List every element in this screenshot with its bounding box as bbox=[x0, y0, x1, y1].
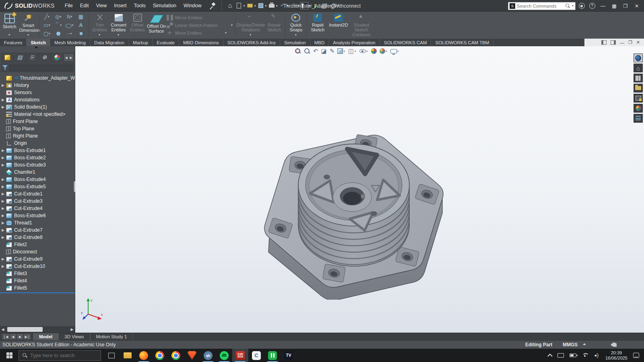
collapse-right-pane-icon[interactable] bbox=[611, 40, 616, 45]
tab-dimxpertmanager[interactable] bbox=[39, 53, 51, 62]
instant2d-button[interactable]: Instant2D bbox=[327, 12, 350, 39]
expand-arrow-icon[interactable]: ▶ bbox=[2, 83, 5, 87]
restore-icon[interactable]: ❐ bbox=[621, 2, 630, 10]
taskbar-app[interactable]: C bbox=[248, 349, 264, 362]
taskbar-app[interactable]: TV bbox=[281, 349, 297, 362]
menu-item[interactable]: Window bbox=[180, 0, 205, 12]
point-tool[interactable] bbox=[75, 29, 87, 38]
line-tool[interactable]: ╱▾ bbox=[41, 12, 53, 21]
dropdown-caret-icon[interactable]: ▾ bbox=[118, 33, 119, 37]
tree-item[interactable]: ▶ Fillet3 bbox=[0, 270, 75, 277]
taskbar-app[interactable] bbox=[264, 349, 281, 362]
new-file-icon[interactable] bbox=[235, 2, 243, 9]
close-icon[interactable]: ✕ bbox=[632, 2, 642, 10]
view-orientation-icon[interactable]: ▾ bbox=[337, 48, 345, 54]
tree-item[interactable]: ▶ Chamfer1 bbox=[0, 169, 75, 176]
ribbon-tab[interactable]: Markup bbox=[129, 39, 153, 46]
doc-restore-icon[interactable]: ❐ bbox=[628, 40, 632, 45]
last-tab-icon[interactable]: ▶❘ bbox=[24, 334, 31, 339]
action-center-icon[interactable] bbox=[633, 353, 639, 358]
tree-item[interactable]: ▶ Cut-Extrude8 bbox=[0, 234, 75, 241]
tree-horizontal-scrollbar[interactable]: ◀ ▶ bbox=[0, 326, 75, 333]
tree-item[interactable]: ▶ Thrustmaster_Adapter_Withconnect bbox=[0, 74, 75, 82]
collapse-left-pane-icon[interactable] bbox=[601, 40, 607, 45]
dropdown-caret-icon[interactable]: ▾ bbox=[244, 4, 245, 8]
dynamic-annotation-views-icon[interactable]: ✎ bbox=[330, 47, 335, 55]
view-palette-icon[interactable] bbox=[634, 94, 643, 103]
tree-item[interactable]: ▶ Cut-Extrude1 bbox=[0, 190, 75, 197]
taskbar-app[interactable] bbox=[136, 349, 152, 362]
dropdown-caret-icon[interactable]: ▾ bbox=[265, 4, 267, 8]
taskbar-search[interactable] bbox=[19, 350, 101, 361]
tree-item[interactable]: ▶ Fillet4 bbox=[0, 277, 75, 284]
command-search-input[interactable] bbox=[517, 4, 564, 8]
tree-item[interactable]: ▶ Fillet5 bbox=[0, 284, 75, 292]
taskbar-app[interactable] bbox=[120, 349, 136, 362]
expand-arrow-icon[interactable]: ▶ bbox=[2, 199, 5, 203]
tree-item[interactable]: ▶ Boss-Extrude6 bbox=[0, 212, 75, 219]
tree-item[interactable]: ▶ Cut-Extrude4 bbox=[0, 205, 75, 212]
select-cursor-icon[interactable] bbox=[300, 2, 308, 9]
dropdown-caret-icon[interactable]: ▾ bbox=[295, 33, 297, 37]
start-button[interactable] bbox=[0, 349, 19, 362]
hidden-icons-chevron-icon[interactable] bbox=[547, 354, 553, 359]
spline-tool[interactable]: N▾ bbox=[64, 12, 75, 21]
dropdown-caret-icon[interactable]: ▾ bbox=[298, 4, 299, 8]
expand-arrow-icon[interactable]: ▶ bbox=[2, 228, 5, 232]
rapid-sketch-button[interactable]: Rapid Sketch bbox=[308, 12, 327, 39]
expand-arrow-icon[interactable]: ▶ bbox=[2, 156, 5, 160]
previous-view-icon[interactable]: ↶ bbox=[313, 47, 318, 55]
doc-close-icon[interactable]: ✕ bbox=[636, 40, 640, 45]
text-tool[interactable]: A bbox=[75, 21, 87, 29]
next-tab-icon[interactable]: ▶ bbox=[17, 334, 23, 339]
tree-item[interactable]: ▶ Boss-Extrude5 bbox=[0, 183, 75, 190]
3dexperience-icon[interactable] bbox=[634, 53, 643, 62]
ribbon-tab[interactable]: Features bbox=[0, 39, 27, 46]
quick-snaps-button[interactable]: Quick Snaps ▾ bbox=[287, 12, 305, 39]
taskbar-app[interactable] bbox=[216, 349, 232, 362]
help-icon[interactable]: ? bbox=[588, 2, 597, 10]
user-account-icon[interactable]: ☻ bbox=[577, 2, 586, 10]
undo-icon[interactable] bbox=[279, 2, 287, 9]
print-icon[interactable] bbox=[268, 2, 276, 9]
polygon-tool[interactable] bbox=[53, 29, 64, 38]
filter-icon[interactable] bbox=[2, 65, 8, 70]
tree-item[interactable]: ▶ Origin bbox=[0, 140, 75, 147]
dropdown-caret-icon[interactable]: ▾ bbox=[309, 4, 310, 8]
ribbon-tab[interactable]: SOLIDWORKS CAM TBM bbox=[431, 39, 493, 46]
taskbar-app[interactable]: SW2024 bbox=[232, 349, 248, 362]
tree-item[interactable]: ▶ Dinconnect bbox=[0, 248, 75, 255]
sketch-button[interactable]: Sketch ▾ bbox=[0, 12, 19, 39]
ribbon-tab[interactable]: Sketch bbox=[27, 39, 50, 46]
pin-menu-icon[interactable] bbox=[208, 2, 217, 10]
hide-show-items-icon[interactable]: ▾ bbox=[359, 49, 368, 53]
file-explorer-pane-icon[interactable] bbox=[634, 84, 643, 93]
redo-icon[interactable] bbox=[289, 2, 297, 9]
doc-minimize-icon[interactable]: — bbox=[620, 40, 624, 45]
rectangle-tool[interactable]: ▭▾ bbox=[41, 21, 53, 29]
menu-item[interactable]: View bbox=[92, 0, 110, 12]
home-icon[interactable] bbox=[226, 2, 234, 9]
dropdown-caret-icon[interactable]: ▾ bbox=[254, 4, 256, 8]
minimize-icon[interactable]: — bbox=[598, 2, 608, 10]
taskbar-app[interactable] bbox=[184, 349, 200, 362]
view-settings-icon[interactable]: ▾ bbox=[390, 49, 399, 53]
tree-item[interactable]: ▶ Fillet2 bbox=[0, 241, 75, 248]
offset-on-surface-button[interactable]: Offset On Surface bbox=[147, 12, 166, 39]
custom-properties-icon[interactable] bbox=[634, 114, 643, 123]
zoom-to-fit-icon[interactable] bbox=[295, 48, 301, 54]
expand-arrow-icon[interactable]: ▶ bbox=[2, 192, 5, 196]
scroll-left-icon[interactable]: ◀ bbox=[0, 326, 6, 333]
taskbar-search-input[interactable] bbox=[30, 353, 97, 358]
design-library-icon[interactable] bbox=[634, 74, 643, 82]
open-file-icon[interactable] bbox=[246, 2, 254, 9]
taskbar-app[interactable]: qb bbox=[200, 349, 216, 362]
expand-arrow-icon[interactable]: ▶ bbox=[2, 98, 5, 102]
menu-item[interactable]: Insert bbox=[110, 0, 130, 12]
scroll-right-icon[interactable]: ▶ bbox=[69, 326, 75, 333]
dropdown-caret-icon[interactable]: ▾ bbox=[337, 4, 339, 8]
wifi-icon[interactable] bbox=[582, 353, 588, 358]
fm-tab-scroll-left-icon[interactable]: ◀ bbox=[64, 54, 68, 61]
prev-tab-icon[interactable]: ◀ bbox=[10, 334, 16, 339]
tree-item[interactable]: ▶ Cut-Extrude3 bbox=[0, 197, 75, 205]
